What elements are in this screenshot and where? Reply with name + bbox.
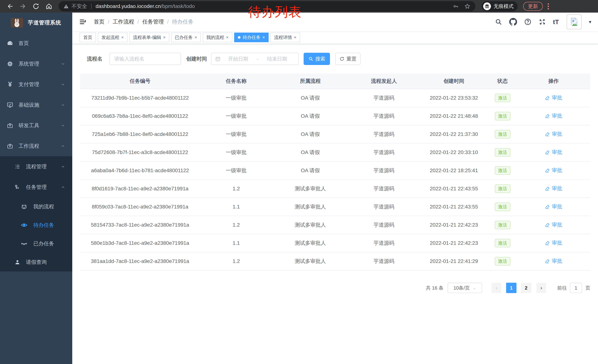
approve-button[interactable]: 审批 (545, 167, 562, 174)
approve-button[interactable]: 审批 (545, 130, 562, 138)
active-dot (238, 36, 241, 39)
avatar[interactable] (567, 15, 581, 29)
cell-task-name: 1.1 (200, 204, 272, 210)
cell-task-name: 1.2 (200, 222, 272, 228)
approve-button[interactable]: 审批 (545, 239, 562, 246)
page-1-button[interactable]: 1 (506, 283, 516, 293)
date-range-picker[interactable]: 开始日期 - 结束日期 (211, 53, 299, 65)
sidebar-item-todo-tasks[interactable]: 待办任务 (0, 216, 72, 235)
tag-home[interactable]: 首页 (80, 32, 96, 42)
caret-down-icon[interactable]: ▾ (589, 19, 591, 25)
sidebar: 芋道管理系统 首页 系统管理 ¥ 支付管理 基础 (0, 13, 72, 364)
sidebar-logo-row[interactable]: 芋道管理系统 (0, 13, 72, 33)
pagination: 共 16 条 10条/页 ⌄ ‹ 1 2 › 前往 页 (80, 283, 590, 293)
page-2-button[interactable]: 2 (521, 283, 531, 293)
cell-task-name: 1.2 (200, 258, 272, 264)
chevron-down-icon (61, 164, 65, 169)
sidebar-item-process-mgmt[interactable]: 流程管理 (0, 156, 72, 177)
breadcrumb-workflow[interactable]: 工作流程 (113, 18, 134, 25)
sidebar-item-task-mgmt[interactable]: 任务管理 (0, 177, 72, 197)
approve-button[interactable]: 审批 (545, 112, 562, 119)
next-page-button[interactable]: › (537, 283, 546, 293)
sidebar-item-home[interactable]: 首页 (0, 33, 72, 54)
cell-process: OA 请假 (272, 167, 348, 174)
status-badge: 激活 (495, 94, 510, 102)
cell-process: OA 请假 (272, 131, 348, 138)
close-icon[interactable]: × (194, 35, 197, 40)
approve-button[interactable]: 审批 (545, 258, 562, 265)
cell-status: 激活 (488, 112, 517, 120)
sidebar-item-infrastructure[interactable]: 基础设施 (0, 95, 72, 115)
cell-process: 测试多审批人 (272, 203, 348, 210)
page-content: 流程名 创建时间 开始日期 - 结束日期 搜索 重置 (72, 44, 598, 364)
sidebar-item-leave-query[interactable]: 请假查询 (0, 253, 72, 271)
breadcrumb-task-mgmt[interactable]: 任务管理 (142, 18, 164, 25)
approve-button[interactable]: 审批 (545, 149, 562, 156)
browser-menu-button[interactable] (548, 3, 549, 9)
approve-button[interactable]: 审批 (545, 221, 562, 228)
home-icon (45, 3, 52, 10)
password-key-icon[interactable] (453, 3, 459, 9)
fullscreen-icon[interactable] (539, 18, 546, 25)
font-size-icon[interactable]: tT (553, 18, 559, 25)
back-button[interactable] (5, 1, 15, 11)
tag-form-edit[interactable]: 流程表单-编辑× (129, 32, 169, 42)
status-badge: 激活 (495, 221, 510, 229)
tag-todo-tasks-active[interactable]: 待办任务× (234, 32, 269, 42)
page-size-select[interactable]: 10条/页 ⌄ (448, 283, 482, 293)
search-icon[interactable] (495, 18, 502, 25)
tag-process-detail[interactable]: 流程详情× (270, 32, 300, 42)
goto-page-input[interactable] (570, 283, 582, 293)
breadcrumb-home[interactable]: 首页 (94, 18, 105, 25)
approve-button[interactable]: 审批 (545, 94, 562, 101)
tag-start-process[interactable]: 发起流程× (98, 32, 127, 42)
breadcrumb-current: 待办任务 (172, 18, 193, 25)
approve-button[interactable]: 审批 (545, 203, 562, 210)
sidebar-item-system[interactable]: 系统管理 (0, 54, 72, 74)
close-icon[interactable]: × (262, 35, 265, 40)
cell-task-id: 069c6a63-7b8a-11ec-8ef0-acde48001122 (80, 113, 200, 119)
cell-create-time: 2022-01-21 22:42:23 (420, 222, 488, 228)
close-icon[interactable]: × (294, 35, 296, 40)
close-icon[interactable]: × (121, 35, 124, 40)
cell-task-id: 381aa1dd-7ac8-11ec-a9e2-a2380e71991a (80, 258, 200, 264)
dashboard-icon (6, 40, 14, 47)
sidebar-item-my-process[interactable]: 我的流程 (0, 197, 72, 216)
edit-pencil-icon (545, 240, 550, 246)
cell-actions: 审批 (517, 185, 590, 193)
reset-button[interactable]: 重置 (335, 53, 360, 65)
process-name-input-wrap (109, 53, 181, 65)
cell-starter: 芋道源码 (348, 240, 420, 247)
forward-button[interactable] (18, 1, 28, 11)
search-button[interactable]: 搜索 (304, 53, 330, 65)
bookmark-star-icon[interactable] (464, 3, 471, 9)
cell-status: 激活 (488, 257, 517, 265)
home-button[interactable] (44, 1, 54, 11)
cell-status: 激活 (488, 239, 517, 247)
close-icon[interactable]: × (163, 35, 166, 40)
table-row: a6aba0a4-7b6d-11ec-b781-acde48001122 一级审… (80, 162, 590, 180)
chrome-update-button[interactable]: 更新 (523, 2, 543, 11)
url-path: /bpm/task/todo (161, 3, 195, 9)
sidebar-item-devtools[interactable]: 研发工具 (0, 115, 72, 136)
tag-done-tasks[interactable]: 已办任务× (171, 32, 201, 42)
help-icon[interactable] (524, 18, 532, 25)
reload-button[interactable] (31, 1, 41, 11)
sidebar-item-payment[interactable]: ¥ 支付管理 (0, 74, 72, 95)
tag-my-process[interactable]: 我的流程× (203, 32, 232, 42)
approve-button[interactable]: 审批 (545, 185, 562, 192)
prev-page-button[interactable]: ‹ (492, 283, 501, 293)
sidebar-item-done-tasks[interactable]: 已办任务 (0, 235, 72, 253)
app-frame: 芋道管理系统 首页 系统管理 ¥ 支付管理 基础 (0, 13, 598, 364)
process-name-input[interactable] (114, 56, 176, 62)
sidebar-item-label: 支付管理 (18, 81, 39, 88)
github-icon[interactable] (509, 18, 517, 26)
cell-actions: 审批 (517, 239, 590, 247)
cell-task-id: 58154733-7ac8-11ec-a9e2-a2380e71991a (80, 222, 200, 228)
sidebar-item-workflow[interactable]: 工作流程 (0, 136, 72, 156)
sidebar-collapse-button[interactable] (79, 18, 87, 26)
col-task-id: 任务编号 (80, 78, 200, 85)
chevron-down-icon (61, 62, 65, 66)
cell-create-time: 2022-01-22 18:25:41 (420, 168, 488, 173)
close-icon[interactable]: × (226, 35, 229, 40)
